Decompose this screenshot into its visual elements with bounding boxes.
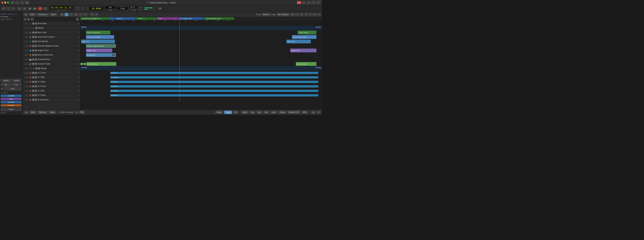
clip-main-plus12[interactable]: Main (+12) bbox=[81, 40, 115, 43]
track-row[interactable]: 1584 🎻 M S VI 1 Back bbox=[22, 80, 80, 84]
options-dropdown[interactable]: Options ▾ bbox=[38, 111, 47, 114]
time-display[interactable]: 01:01:54:21.35 bbox=[50, 6, 73, 10]
mute-button[interactable]: M bbox=[32, 76, 34, 78]
arrow-tool[interactable]: ↖ bbox=[90, 13, 94, 16]
wave-button[interactable]: ~ bbox=[79, 13, 83, 16]
mute-button[interactable]: M bbox=[32, 58, 34, 60]
mute-button[interactable]: M bbox=[32, 90, 34, 92]
loop-icon[interactable]: ↺ bbox=[2, 7, 6, 10]
level-mtr-tag-2[interactable]: Level Mtr bbox=[1, 101, 22, 103]
track-row[interactable]: 1572 ▾ ⊡ M Master bbox=[22, 26, 80, 30]
edit-bottom-dropdown[interactable]: Edit ▾ bbox=[30, 111, 36, 114]
mute-button[interactable]: M bbox=[32, 45, 34, 47]
mute-button[interactable]: M bbox=[32, 81, 34, 83]
solo-button[interactable]: S bbox=[35, 54, 37, 56]
mute-button[interactable]: M bbox=[32, 85, 34, 88]
add-track-button[interactable]: + bbox=[24, 18, 26, 21]
plus-tool[interactable]: + bbox=[95, 13, 98, 16]
timeline-tracks[interactable]: Master Master Classic Suitcase Mk Classi… bbox=[80, 21, 322, 110]
eq-button-1[interactable]: EQ bbox=[1, 83, 11, 86]
input-toggle[interactable]: ○ bbox=[1, 88, 3, 90]
setting-button-1[interactable]: Setting bbox=[1, 79, 11, 82]
dot2-button[interactable]: • bbox=[309, 13, 312, 16]
info-icon[interactable]: ℹ bbox=[15, 1, 20, 4]
atmos-tag[interactable]: Atmos bbox=[1, 98, 22, 100]
midi-button[interactable]: MIDI bbox=[302, 111, 308, 114]
dot3-button[interactable]: • bbox=[318, 13, 321, 16]
minimize-button[interactable] bbox=[4, 2, 6, 4]
track-row[interactable]: 1578 ⚡ M S Bionic Interference bbox=[22, 53, 80, 57]
cut-icon[interactable]: ✂ bbox=[11, 7, 15, 10]
solo-button[interactable]: S bbox=[35, 99, 37, 101]
track-row[interactable]: 1579 🎹 M S Classical Piano bbox=[22, 57, 80, 62]
bus-button[interactable]: Bus bbox=[263, 111, 269, 114]
mute-button[interactable]: M bbox=[32, 63, 34, 65]
groups-section[interactable]: ▶ Groups bbox=[1, 16, 22, 18]
header-expand-button[interactable]: ⊡ bbox=[76, 18, 79, 21]
grid-bottom-button[interactable]: ⊞ bbox=[311, 111, 315, 114]
share-icon[interactable]: ↗ bbox=[316, 1, 320, 4]
snap-dropdown[interactable]: Smart ▾ bbox=[262, 13, 270, 16]
master-vca-button[interactable]: Master/VCA bbox=[288, 111, 300, 114]
clip-granular[interactable]: Granular Magnetic Guitar bbox=[86, 44, 116, 48]
eq-button-2[interactable]: EQ bbox=[12, 83, 22, 86]
clip-acoustic-r[interactable]: Acoustic Guitar bbox=[296, 62, 316, 66]
tracks-button[interactable]: Tracks bbox=[224, 111, 232, 114]
traffic-lights[interactable] bbox=[2, 2, 9, 4]
input-button-bottom[interactable]: Input bbox=[270, 111, 277, 114]
mute-button[interactable]: M bbox=[35, 27, 38, 29]
view-bottom-dropdown[interactable]: View ▾ bbox=[48, 111, 56, 114]
metro-icon[interactable]: ♩ bbox=[6, 7, 10, 10]
functions-dropdown[interactable]: Functions ▾ bbox=[37, 13, 48, 16]
header-config-button[interactable]: ⊡ bbox=[27, 18, 30, 21]
solo-button[interactable]: S bbox=[35, 49, 37, 52]
nav-icon[interactable]: ⊞ bbox=[10, 1, 14, 4]
mute-button[interactable]: M bbox=[32, 54, 34, 56]
solo-button[interactable]: S bbox=[35, 85, 37, 88]
clip-acoustic[interactable]: Acoustic Guitar bbox=[86, 62, 116, 66]
solo-button[interactable]: S bbox=[35, 45, 37, 47]
grid-view-button[interactable]: ≡ bbox=[65, 13, 68, 16]
window-icon[interactable]: ▣ bbox=[25, 1, 29, 4]
solo-button[interactable]: S bbox=[35, 94, 37, 96]
dot1-button[interactable]: • bbox=[304, 13, 308, 16]
mute-button[interactable]: M bbox=[32, 99, 34, 101]
input-button[interactable]: Input bbox=[4, 87, 22, 90]
track-row[interactable]: 1581 ▾ ⊡ M S Strings bbox=[22, 66, 80, 71]
solo-button[interactable]: S bbox=[35, 36, 37, 38]
solo-button[interactable]: S bbox=[38, 67, 40, 70]
cycle-button[interactable]: ↻ bbox=[44, 7, 48, 10]
maximize-button[interactable] bbox=[7, 2, 9, 4]
track-row[interactable]: 1574 🎸 M S Aurora Over Iceland bbox=[22, 35, 80, 39]
expand-bottom-button[interactable]: ⇔ bbox=[316, 111, 320, 114]
all-button[interactable]: All bbox=[233, 111, 238, 114]
grid-icon[interactable]: ⊡ bbox=[307, 1, 311, 4]
mute-button[interactable]: M bbox=[35, 67, 38, 70]
play-button[interactable]: ▶ bbox=[33, 7, 37, 10]
mute-button[interactable]: M bbox=[32, 94, 34, 96]
waveform-button[interactable]: ≋ bbox=[290, 13, 295, 16]
sends-toggle[interactable]: ⊙ bbox=[75, 111, 78, 114]
track-row[interactable]: 1571 ♫ M S Deep Bass bbox=[22, 21, 80, 26]
close-button[interactable] bbox=[2, 2, 3, 4]
solo-button[interactable]: S bbox=[35, 90, 37, 92]
view-dropdown[interactable]: View ▾ bbox=[50, 13, 58, 16]
expand-button[interactable]: ⇔ bbox=[313, 13, 317, 16]
track-row[interactable]: 1576 🎸 M S Granular Magnetic Guitar bbox=[22, 44, 80, 48]
track-row[interactable]: 1582 🎻 M S VI 1 Front bbox=[22, 71, 80, 75]
inst-button[interactable]: Inst bbox=[250, 111, 255, 114]
solo-button[interactable]: S bbox=[35, 63, 37, 65]
sends-value[interactable]: Off ▾ bbox=[79, 111, 85, 114]
cursor-button[interactable]: ↖ bbox=[84, 13, 88, 16]
track-row[interactable]: 1586 🎻 M S VI 2 Mid bbox=[22, 88, 80, 93]
clip-main-plus12-r[interactable]: Main (+12) bbox=[286, 40, 311, 43]
mute-button[interactable]: M bbox=[32, 32, 34, 34]
track-row[interactable]: 1575 ⊕ M S Slow Bowed bbox=[22, 39, 80, 44]
edit2-icon[interactable]: ✎ bbox=[312, 1, 316, 4]
setting-button-2[interactable]: Setting bbox=[12, 79, 22, 82]
header-s-button[interactable]: S bbox=[31, 18, 34, 21]
solo-button[interactable]: S bbox=[35, 81, 37, 83]
user-icon[interactable]: 1234 bbox=[297, 1, 301, 4]
up-arrow-button[interactable]: ▲ bbox=[24, 13, 28, 16]
list-view-button[interactable]: ⊞ bbox=[60, 13, 64, 16]
